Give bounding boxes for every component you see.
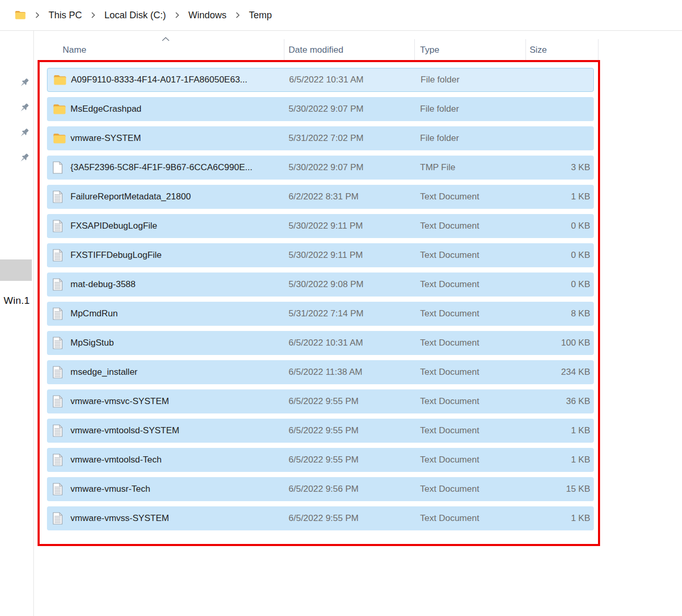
file-name: vmware-vmvss-SYSTEM xyxy=(70,506,169,530)
file-row[interactable]: MpCmdRun5/31/2022 7:14 PMText Document8 … xyxy=(47,302,594,326)
file-name: {3A5F2396-5C8F-4F1F-9B67-6CCA6C990E... xyxy=(70,156,253,180)
pin-icon xyxy=(18,127,30,139)
breadcrumb-chevron-icon xyxy=(175,11,180,19)
file-name: vmware-vmtoolsd-Tech xyxy=(70,448,162,472)
file-row[interactable]: FXSTIFFDebugLogFile5/30/2022 9:11 PMText… xyxy=(47,243,594,267)
sort-ascending-icon xyxy=(161,34,170,44)
file-date-modified: 6/5/2022 10:31 AM xyxy=(289,68,364,91)
window-label: Win.1 xyxy=(4,295,30,306)
file-size: 8 KB xyxy=(571,302,590,326)
file-row[interactable]: vmware-vmusr-Tech6/5/2022 9:56 PMText Do… xyxy=(47,477,594,501)
file-row[interactable]: {3A5F2396-5C8F-4F1F-9B67-6CCA6C990E...5/… xyxy=(47,156,594,180)
gutter-divider xyxy=(33,31,34,616)
file-date-modified: 6/5/2022 9:55 PM xyxy=(289,389,358,413)
file-size: 1 KB xyxy=(571,448,590,472)
file-date-modified: 5/31/2022 7:14 PM xyxy=(289,302,364,326)
file-name: vmware-SYSTEM xyxy=(70,126,141,150)
text-document-icon xyxy=(53,389,63,413)
pin-icon xyxy=(18,152,30,164)
file-date-modified: 5/30/2022 9:11 PM xyxy=(289,243,363,267)
file-size: 234 KB xyxy=(561,360,590,384)
text-document-icon xyxy=(53,454,63,466)
win1-marker-rect xyxy=(0,259,32,281)
file-row[interactable]: vmware-vmvss-SYSTEM6/5/2022 9:55 PMText … xyxy=(47,506,594,530)
file-name: FXSAPIDebugLogFile xyxy=(70,214,157,238)
column-divider xyxy=(525,39,526,61)
file-row[interactable]: MpSigStub6/5/2022 10:31 AMText Document1… xyxy=(47,331,594,355)
breadcrumb-chevron-icon xyxy=(175,11,180,19)
column-divider xyxy=(414,39,415,61)
file-name: MpCmdRun xyxy=(70,302,118,326)
file-date-modified: 6/2/2022 8:31 PM xyxy=(289,185,358,209)
breadcrumb-item-windows[interactable]: Windows xyxy=(188,10,226,21)
text-document-icon xyxy=(53,302,63,326)
file-row[interactable]: FailureReportMetadata_218006/2/2022 8:31… xyxy=(47,185,594,209)
folder-icon xyxy=(53,97,66,121)
file-type: Text Document xyxy=(420,506,479,530)
text-document-icon xyxy=(53,243,63,267)
file-date-modified: 6/5/2022 9:55 PM xyxy=(289,506,358,530)
file-date-modified: 5/30/2022 9:07 PM xyxy=(289,156,364,180)
file-row[interactable]: mat-debug-35885/30/2022 9:08 PMText Docu… xyxy=(47,273,594,297)
file-row[interactable]: vmware-vmtoolsd-Tech6/5/2022 9:55 PMText… xyxy=(47,448,594,472)
file-date-modified: 6/5/2022 10:31 AM xyxy=(289,331,363,355)
text-document-icon xyxy=(53,512,63,525)
breadcrumb-item-temp[interactable]: Temp xyxy=(249,10,272,21)
file-date-modified: 6/5/2022 11:38 AM xyxy=(289,360,362,384)
folder-icon xyxy=(53,104,66,115)
file-type: File folder xyxy=(420,126,459,150)
text-document-icon xyxy=(53,424,63,437)
file-name: msedge_installer xyxy=(70,360,138,384)
text-document-icon xyxy=(53,483,63,495)
file-name: MsEdgeCrashpad xyxy=(70,97,141,121)
column-header-type[interactable]: Type xyxy=(420,45,439,55)
breadcrumb-chevron-icon xyxy=(235,11,240,19)
text-document-icon xyxy=(53,448,63,472)
breadcrumb: This PCLocal Disk (C:)WindowsTemp xyxy=(0,0,682,31)
file-row[interactable]: MsEdgeCrashpad5/30/2022 9:07 PMFile fold… xyxy=(47,97,594,121)
column-header-date-modified[interactable]: Date modified xyxy=(289,45,343,55)
file-icon xyxy=(53,156,63,180)
file-row[interactable]: A09F9110-8333-4F14-A017-1FA86050E63...6/… xyxy=(47,68,594,92)
file-date-modified: 5/30/2022 9:07 PM xyxy=(289,97,364,121)
breadcrumb-item-this-pc[interactable]: This PC xyxy=(49,10,82,21)
file-size: 0 KB xyxy=(571,273,590,297)
breadcrumb-chevron-icon xyxy=(235,11,240,19)
file-row[interactable]: FXSAPIDebugLogFile5/30/2022 9:11 PMText … xyxy=(47,214,594,238)
file-type: Text Document xyxy=(420,360,479,384)
column-header-size[interactable]: Size xyxy=(530,45,547,55)
file-size: 36 KB xyxy=(566,389,590,413)
file-row[interactable]: vmware-vmsvc-SYSTEM6/5/2022 9:55 PMText … xyxy=(47,389,594,413)
address-folder-icon xyxy=(15,10,26,20)
column-header-name[interactable]: Name xyxy=(63,45,86,55)
pin-icon xyxy=(18,152,30,164)
file-row[interactable]: vmware-vmtoolsd-SYSTEM6/5/2022 9:55 PMTe… xyxy=(47,419,594,443)
file-row[interactable]: msedge_installer6/5/2022 11:38 AMText Do… xyxy=(47,360,594,384)
text-document-icon xyxy=(53,366,63,378)
file-name: MpSigStub xyxy=(70,331,114,355)
text-document-icon xyxy=(53,249,63,262)
file-name: vmware-vmusr-Tech xyxy=(70,477,150,501)
breadcrumb-item-local-disk-c[interactable]: Local Disk (C:) xyxy=(104,10,166,21)
folder-icon xyxy=(53,75,67,86)
pin-icon xyxy=(18,77,30,89)
text-document-icon xyxy=(53,185,63,209)
file-type: Text Document xyxy=(420,243,479,267)
text-document-icon xyxy=(53,419,63,443)
file-size: 100 KB xyxy=(561,331,590,355)
file-size: 1 KB xyxy=(571,185,590,209)
pin-icon xyxy=(18,102,30,114)
file-name: vmware-vmtoolsd-SYSTEM xyxy=(70,419,180,443)
file-type: Text Document xyxy=(420,185,479,209)
pin-icon xyxy=(18,102,30,114)
folder-icon xyxy=(53,133,66,144)
file-type: File folder xyxy=(421,68,460,91)
file-row[interactable]: vmware-SYSTEM5/31/2022 7:02 PMFile folde… xyxy=(47,126,594,150)
text-document-icon xyxy=(53,278,63,291)
folder-icon xyxy=(53,68,67,91)
file-type: Text Document xyxy=(420,448,479,472)
file-size: 1 KB xyxy=(571,419,590,443)
breadcrumb-chevron-icon xyxy=(35,11,40,19)
file-type: Text Document xyxy=(420,419,479,443)
file-icon xyxy=(53,161,63,174)
